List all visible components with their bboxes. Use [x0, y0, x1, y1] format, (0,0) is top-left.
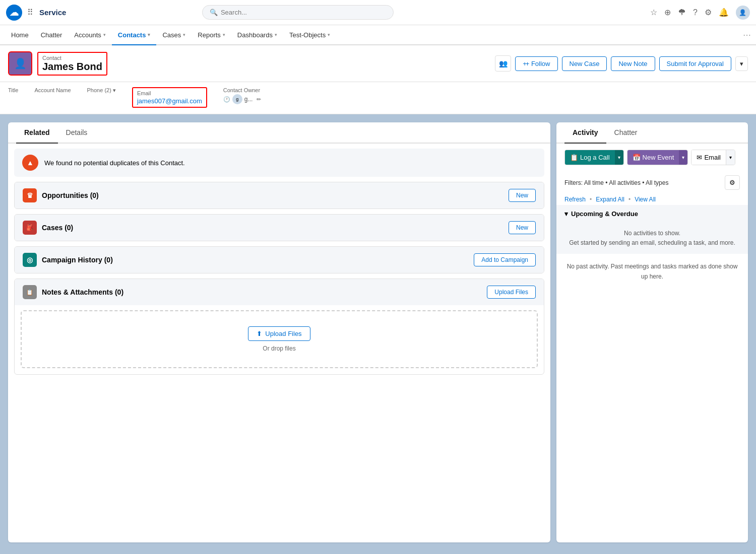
tab-chatter[interactable]: Chatter [606, 122, 646, 144]
nav-accounts[interactable]: Accounts ▾ [68, 25, 111, 45]
tab-related[interactable]: Related [16, 122, 58, 144]
nav-reports[interactable]: Reports ▾ [192, 25, 231, 45]
contact-title-block: Contact James Bond [37, 52, 107, 76]
search-input[interactable] [221, 9, 386, 16]
duplicate-alert: ▲ We found no potential duplicates of th… [14, 149, 544, 177]
opportunities-header: ♛ Opportunities (0) New [15, 182, 544, 209]
calendar-icon: 📅 [633, 154, 641, 161]
settings-icon[interactable]: ⚙ [705, 8, 712, 17]
campaign-title: Campaign History (0) [42, 256, 113, 264]
add-to-campaign-button[interactable]: Add to Campaign [474, 253, 536, 266]
user-avatar[interactable]: 👤 [736, 6, 750, 20]
chevron-down-icon: ▾ [275, 32, 277, 37]
new-event-dropdown[interactable]: ▾ [679, 150, 687, 165]
chevron-down-icon: ▾ [328, 32, 330, 37]
star-icon[interactable]: ☆ [650, 8, 657, 17]
salesforce-logo[interactable]: ☁ [6, 5, 22, 21]
cases-new-button[interactable]: New [509, 221, 536, 234]
email-value[interactable]: james007@gmail.com [137, 97, 202, 105]
owner-label: Contact Owner [223, 87, 262, 93]
log-call-button[interactable]: 📋 Log a Call [565, 150, 615, 165]
campaign-icon: ◎ [23, 253, 37, 267]
nav-contacts[interactable]: Contacts ▾ [112, 25, 157, 45]
contact-name: James Bond [42, 61, 102, 73]
nav-test-objects[interactable]: Test-Objects ▾ [283, 25, 336, 45]
main-nav: Home Chatter Accounts ▾ Contacts ▾ Cases… [0, 25, 756, 45]
upcoming-body: No activities to show.Get started by sen… [556, 223, 748, 254]
upload-zone-button[interactable]: ⬆ Upload Files [248, 326, 310, 341]
email-group: ✉ Email ▾ [691, 150, 735, 165]
owner-edit-icon[interactable]: ✏ [257, 96, 261, 103]
filter-links: Refresh • Expand All • View All [556, 194, 748, 205]
opportunities-title: Opportunities (0) [42, 191, 99, 199]
duplicate-msg: We found no potential duplicates of this… [44, 159, 185, 167]
nav-home[interactable]: Home [5, 25, 35, 45]
new-case-button[interactable]: New Case [562, 56, 607, 71]
upload-zone-label: Upload Files [265, 330, 301, 337]
plus-icon[interactable]: ⊕ [664, 8, 671, 17]
email-icon: ✉ [697, 154, 702, 161]
notes-header: 📋 Notes & Attachments (0) Upload Files [15, 279, 544, 305]
more-icon[interactable]: ⋯ [743, 30, 751, 40]
email-dropdown[interactable]: ▾ [726, 150, 735, 165]
opportunities-new-button[interactable]: New [509, 189, 536, 202]
cases-header: 🎒 Cases (0) New [15, 215, 544, 241]
filter-settings-button[interactable]: ⚙ [725, 175, 740, 190]
cases-card: 🎒 Cases (0) New [14, 214, 544, 241]
nav-dashboards-label: Dashboards [237, 31, 273, 39]
notes-title: Notes & Attachments (0) [42, 288, 123, 296]
phone-field[interactable]: Phone (2) ▾ [87, 87, 116, 95]
nav-chatter[interactable]: Chatter [35, 25, 69, 45]
contact-owner-field: Contact Owner 🕐 g g... ✏ [223, 87, 262, 104]
file-drop-zone[interactable]: ⬆ Upload Files Or drop files [21, 310, 538, 368]
search-bar[interactable]: 🔍 [202, 5, 394, 20]
main-content: Related Details ▲ We found no potential … [0, 114, 756, 550]
nav-home-label: Home [11, 31, 29, 39]
search-icon: 🔍 [210, 9, 218, 16]
nav-icons: ☆ ⊕ 🌩 ? ⚙ 🔔 👤 [650, 6, 750, 20]
related-section: ▲ We found no potential duplicates of th… [8, 144, 550, 385]
nav-cases[interactable]: Cases ▾ [156, 25, 192, 45]
chevron-down-icon: ▾ [223, 32, 225, 37]
account-label: Account Name [34, 87, 71, 93]
expand-all-link[interactable]: Expand All [596, 196, 624, 203]
opportunities-card: ♛ Opportunities (0) New [14, 182, 544, 209]
cloud-icon: ☁ [10, 7, 19, 18]
past-msg: No past activity. Past meetings and task… [567, 263, 738, 280]
nav-dashboards[interactable]: Dashboards ▾ [231, 25, 283, 45]
notes-card: 📋 Notes & Attachments (0) Upload Files ⬆… [14, 279, 544, 375]
person-icon-button[interactable]: 👥 [495, 55, 511, 72]
email-label: Email [137, 90, 202, 96]
refresh-link[interactable]: Refresh [564, 196, 586, 203]
cloud-status-icon[interactable]: 🌩 [678, 8, 686, 17]
contact-fields: Title Account Name Phone (2) ▾ Email jam… [0, 82, 756, 114]
campaign-header: ◎ Campaign History (0) Add to Campaign [15, 247, 544, 273]
upload-files-main-button[interactable]: Upload Files [487, 286, 536, 299]
log-call-group: 📋 Log a Call ▾ [564, 150, 624, 165]
cases-title: Cases (0) [42, 224, 73, 232]
help-icon[interactable]: ? [693, 8, 698, 17]
cases-icon: 🎒 [23, 221, 37, 235]
submit-approval-button[interactable]: Submit for Approval [659, 56, 731, 71]
more-actions-dropdown[interactable]: ▾ [735, 56, 748, 71]
chevron-down-icon: ▾ [564, 210, 568, 218]
bell-icon[interactable]: 🔔 [719, 8, 729, 17]
call-icon: 📋 [570, 154, 578, 161]
opportunities-icon: ♛ [23, 188, 37, 202]
new-event-button[interactable]: 📅 New Event [627, 150, 679, 165]
log-call-dropdown[interactable]: ▾ [615, 150, 623, 165]
tab-activity[interactable]: Activity [564, 122, 606, 144]
view-all-link[interactable]: View All [635, 196, 656, 203]
tab-details[interactable]: Details [58, 122, 96, 144]
grid-icon[interactable]: ⠿ [27, 8, 33, 17]
alert-icon: ▲ [22, 155, 38, 171]
follow-button[interactable]: + + Follow [515, 56, 557, 71]
drop-text: Or drop files [263, 345, 295, 352]
owner-avatar: g [232, 94, 242, 104]
owner-value: g... [244, 96, 253, 103]
email-button[interactable]: ✉ Email [691, 150, 726, 165]
new-note-button[interactable]: New Note [611, 56, 655, 71]
email-field[interactable]: Email james007@gmail.com [132, 87, 207, 108]
chevron-down-icon: ▾ [183, 32, 185, 37]
header-actions: 👥 + + Follow New Case New Note Submit fo… [495, 55, 748, 72]
